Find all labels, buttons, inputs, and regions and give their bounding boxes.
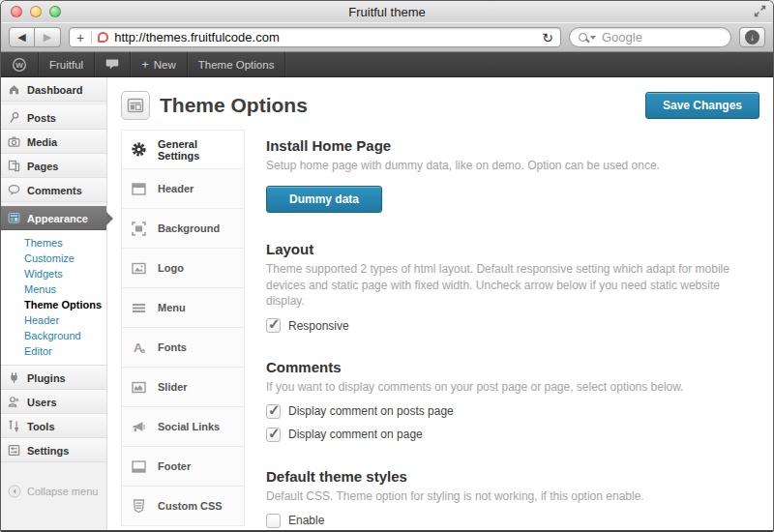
- tab-fonts[interactable]: Aa Fonts: [121, 328, 245, 368]
- tab-background[interactable]: Background: [121, 209, 245, 249]
- wp-sidebar: Dashboard Posts Media Pages: [1, 77, 107, 530]
- minimize-window-button[interactable]: [30, 6, 42, 17]
- search-field[interactable]: [569, 27, 731, 47]
- comments-posts-option: Display comment on posts page: [266, 404, 759, 419]
- browser-toolbar: ◀ ▶ + ↻ ↓: [1, 22, 773, 52]
- tools-icon: [7, 420, 21, 432]
- reload-icon[interactable]: ↻: [542, 31, 553, 44]
- slider-icon: [131, 379, 147, 396]
- search-engine-caret-icon[interactable]: [590, 36, 596, 40]
- dummy-data-button[interactable]: Dummy data: [266, 186, 382, 213]
- plus-icon: +: [141, 57, 149, 72]
- tab-menu[interactable]: Menu: [121, 288, 245, 328]
- wp-logo-menu[interactable]: W: [1, 52, 39, 76]
- submenu-background[interactable]: Background: [1, 328, 106, 343]
- logo-icon: [131, 260, 147, 277]
- submenu-customize[interactable]: Customize: [1, 251, 106, 266]
- responsive-label: Responsive: [288, 319, 349, 333]
- layout-desc: Theme supported 2 types of html layout. …: [266, 261, 755, 310]
- layout-heading: Layout: [266, 241, 759, 257]
- submenu-widgets[interactable]: Widgets: [1, 266, 106, 281]
- sidebar-item-tools[interactable]: Tools: [1, 414, 106, 438]
- submenu-menus[interactable]: Menus: [1, 281, 106, 297]
- general-settings-panel: Install Home Page Setup home page with d…: [245, 130, 759, 532]
- plugins-icon: [7, 371, 21, 384]
- fonts-icon: Aa: [131, 340, 147, 356]
- submenu-editor[interactable]: Editor: [1, 343, 106, 359]
- comments-posts-checkbox[interactable]: [266, 404, 281, 419]
- close-window-button[interactable]: [11, 6, 22, 17]
- sidebar-item-dashboard[interactable]: Dashboard: [1, 77, 106, 102]
- address-bar[interactable]: + ↻: [69, 27, 561, 47]
- comments-page-checkbox[interactable]: [266, 428, 281, 442]
- appearance-submenu: Themes Customize Widgets Menus Theme Opt…: [1, 230, 106, 366]
- admin-bar-comments[interactable]: [95, 52, 131, 76]
- background-icon: [131, 221, 147, 237]
- page-title-icon: [121, 91, 150, 120]
- tab-slider[interactable]: Slider: [121, 368, 245, 407]
- sidebar-item-posts[interactable]: Posts: [1, 105, 106, 130]
- options-tabs: General Settings Header Background: [121, 130, 245, 526]
- media-icon: [7, 135, 21, 148]
- settings-icon: [7, 444, 21, 457]
- save-changes-button[interactable]: Save Changes: [645, 92, 759, 119]
- admin-bar-site-name[interactable]: Fruitful: [39, 52, 95, 76]
- sidebar-item-appearance[interactable]: Appearance: [1, 206, 106, 230]
- svg-text:a: a: [141, 347, 145, 354]
- theme-options-page: Theme Options Save Changes General Setti…: [107, 77, 773, 530]
- titlebar: Fruitful theme: [1, 1, 773, 22]
- url-input[interactable]: [114, 30, 536, 44]
- enable-checkbox[interactable]: [266, 514, 281, 528]
- admin-bar-new[interactable]: + New: [131, 52, 188, 76]
- window-controls: [11, 6, 61, 17]
- submenu-themes[interactable]: Themes: [1, 235, 106, 251]
- browser-window: Fruitful theme ◀ ▶ + ↻ ↓ W: [0, 0, 774, 532]
- collapse-menu-button[interactable]: Collapse menu: [1, 480, 106, 503]
- forward-button[interactable]: ▶: [35, 27, 61, 47]
- menu-icon: [131, 300, 147, 316]
- tab-general-settings[interactable]: General Settings: [121, 130, 245, 169]
- enable-label: Enable: [288, 514, 324, 527]
- admin-bar-theme-options[interactable]: Theme Options: [188, 52, 286, 76]
- gear-icon: [131, 141, 147, 158]
- tab-footer[interactable]: Footer: [121, 447, 245, 487]
- sidebar-item-comments[interactable]: Comments: [1, 178, 106, 202]
- comments-desc: If you want to display comments on your …: [266, 379, 755, 396]
- expand-icon[interactable]: [754, 5, 766, 17]
- sidebar-item-users[interactable]: Users: [1, 390, 106, 414]
- submenu-theme-options[interactable]: Theme Options: [1, 297, 106, 312]
- sidebar-item-plugins[interactable]: Plugins: [1, 366, 106, 390]
- pages-icon: [7, 160, 21, 172]
- header-icon: [131, 181, 147, 197]
- sidebar-item-settings[interactable]: Settings: [1, 438, 106, 462]
- zoom-window-button[interactable]: [49, 6, 61, 17]
- users-icon: [7, 396, 21, 408]
- tab-social-links[interactable]: Social Links: [121, 407, 245, 447]
- posts-icon: [7, 111, 21, 124]
- collapse-arrow-icon: [8, 485, 21, 498]
- svg-text:W: W: [15, 61, 23, 70]
- sidebar-item-pages[interactable]: Pages: [1, 154, 106, 178]
- default-styles-desc: Default CSS. Theme option for styling is…: [266, 488, 755, 505]
- install-home-desc: Setup home page with dummy data, like on…: [266, 158, 755, 174]
- submenu-header[interactable]: Header: [1, 312, 106, 328]
- comments-posts-label: Display comment on posts page: [288, 404, 454, 418]
- tab-logo[interactable]: Logo: [121, 249, 245, 288]
- downloads-button[interactable]: ↓: [739, 27, 765, 47]
- megaphone-icon: [131, 419, 147, 435]
- window-title: Fruitful theme: [348, 5, 425, 19]
- install-home-heading: Install Home Page: [266, 137, 759, 154]
- site-favicon: [98, 32, 108, 43]
- back-button[interactable]: ◀: [9, 27, 35, 47]
- sidebar-item-media[interactable]: Media: [1, 130, 106, 154]
- add-tab-icon[interactable]: +: [76, 31, 92, 44]
- responsive-checkbox[interactable]: [266, 318, 281, 333]
- page-title: Theme Options: [160, 94, 308, 117]
- wordpress-icon: W: [12, 57, 27, 73]
- nav-buttons: ◀ ▶: [9, 27, 61, 47]
- tab-custom-css[interactable]: Custom CSS: [121, 487, 245, 526]
- wp-admin-bar: W Fruitful + New Theme Options: [1, 52, 773, 77]
- default-styles-heading: Default theme styles: [266, 468, 759, 485]
- tab-header[interactable]: Header: [121, 169, 245, 209]
- download-icon: ↓: [745, 30, 759, 44]
